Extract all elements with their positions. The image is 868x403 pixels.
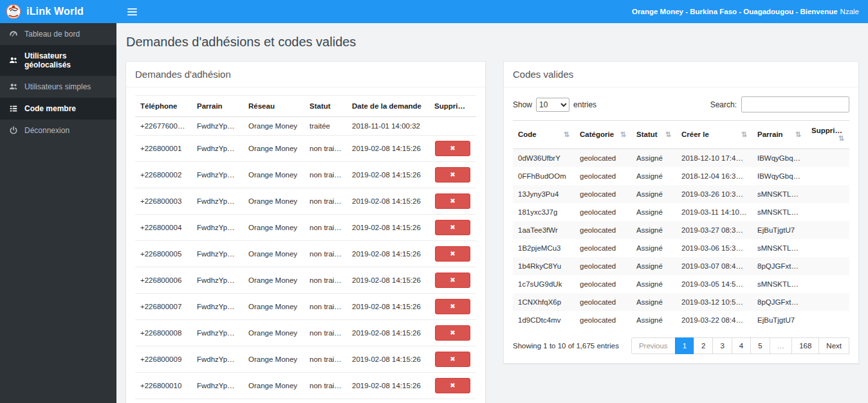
column-header-telephone: Téléphone: [135, 96, 192, 117]
sidebar-item-utilisateurs-geolocalises[interactable]: Utilisateurs géolocalisés: [0, 45, 116, 76]
cell-reseau: Orange Money: [243, 320, 304, 346]
column-header-supprimer[interactable]: Supprimer⇅: [806, 121, 849, 149]
cell-creer-le: 2019-03-27 08:38:47: [676, 221, 752, 239]
cell-date: 2019-02-08 14:15:26: [347, 346, 429, 373]
delete-button[interactable]: ✖: [435, 167, 470, 183]
x-icon: ✖: [450, 197, 455, 204]
cell-parrain: FwdhzYphN9: [192, 241, 243, 267]
cell-code: 0FFhBudOOm: [513, 167, 575, 185]
table-row: +226800010 FwdhzYphN9 Orange Money non t…: [135, 373, 476, 399]
cell-categorie: geolocated: [575, 185, 631, 203]
table-row: +226800001 FwdhzYphN9 Orange Money non t…: [135, 136, 476, 162]
cell-date: 2019-02-08 14:15:26: [347, 320, 429, 346]
cell-supprimer: ✖: [429, 241, 476, 267]
cell-statut: Assigné: [631, 203, 676, 221]
delete-button[interactable]: ✖: [435, 299, 470, 314]
page-button[interactable]: Previous: [631, 337, 676, 354]
table-row: 1b4RkyC8Yu geolocated Assigné 2019-03-07…: [513, 257, 849, 275]
cell-creer-le: 2019-03-12 10:54:00: [676, 293, 752, 311]
search-control: Search:: [710, 96, 849, 112]
cell-creer-le: 2018-12-10 17:43:11: [676, 149, 752, 168]
page-title: Demandes d'adhésions et codes valides: [126, 35, 859, 49]
brand-name: iLink World: [26, 6, 84, 17]
column-header-categorie[interactable]: Catégorie⇅: [575, 121, 631, 149]
cell-telephone: +226800009: [135, 346, 192, 373]
sort-icon[interactable]: ⇅: [741, 130, 747, 139]
cell-parrain: 8pQJGFxtWV: [752, 257, 806, 275]
sort-icon[interactable]: ⇅: [620, 130, 626, 139]
cell-categorie: geolocated: [575, 203, 631, 221]
delete-button[interactable]: ✖: [435, 273, 470, 288]
column-header-code[interactable]: Code⇅: [513, 121, 575, 149]
cell-parrain: sMNSKTL4OR: [752, 203, 806, 221]
sidebar-item-label: Déconnexion: [24, 126, 69, 135]
cell-parrain: FwdhzYphN9: [192, 373, 243, 399]
cell-categorie: geolocated: [575, 293, 631, 311]
cell-telephone: +226800001: [135, 136, 192, 162]
cell-supprimer: ✖: [429, 373, 476, 399]
sort-icon[interactable]: ⇅: [795, 130, 801, 139]
delete-button[interactable]: ✖: [435, 141, 470, 156]
page-button[interactable]: 5: [750, 337, 770, 354]
cell-supprimer: [806, 239, 849, 257]
cell-statut: non traitée: [304, 267, 347, 294]
table-row: +226800004 FwdhzYphN9 Orange Money non t…: [135, 215, 476, 241]
cell-statut: non traitée: [304, 373, 347, 399]
list-icon: [9, 104, 18, 113]
datatable-controls: Show 10 entries Search:: [513, 95, 849, 120]
x-icon: ✖: [450, 145, 455, 152]
cell-code: 13Jyny3Pu4: [513, 185, 575, 203]
sidebar-item-label: Code membre: [24, 104, 76, 113]
page-button[interactable]: 2: [694, 337, 713, 354]
sort-icon[interactable]: ⇅: [564, 130, 569, 139]
cell-parrain: IBWqyGbqFd: [752, 167, 806, 185]
codes-panel: Codes valides Show 10 entries Search:: [503, 61, 859, 364]
cell-code: 1d9CDtc4mv: [513, 311, 575, 329]
delete-button[interactable]: ✖: [435, 193, 470, 209]
cell-reseau: Orange Money: [243, 294, 304, 320]
sort-icon[interactable]: ⇅: [665, 130, 671, 139]
page-button[interactable]: 4: [732, 337, 751, 354]
search-input[interactable]: [741, 96, 849, 112]
cell-code: 0dW36UfbrY: [513, 149, 575, 168]
cell-categorie: geolocated: [575, 167, 631, 185]
delete-button[interactable]: ✖: [435, 352, 470, 367]
adhesions-table: Téléphone Parrain Réseau Statut Date de …: [135, 95, 476, 403]
column-header-supprimer: Supprimer: [429, 96, 476, 117]
sidebar-item-utilisateurs-simples[interactable]: Utilisateurs simples: [0, 76, 116, 98]
sidebar-toggle-button[interactable]: [116, 0, 147, 23]
cell-parrain: FwdhzYphN9: [192, 267, 243, 294]
table-row: +226800005 FwdhzYphN9 Orange Money non t…: [135, 241, 476, 267]
column-header-statut: Statut: [304, 96, 347, 117]
cell-parrain: FwdhzYphN9: [192, 294, 243, 320]
cell-categorie: geolocated: [575, 149, 631, 168]
column-header-parrain[interactable]: Parrain⇅: [752, 121, 806, 149]
cell-telephone: +226800006: [135, 267, 192, 294]
delete-button[interactable]: ✖: [435, 220, 470, 235]
page-button[interactable]: Next: [818, 337, 849, 354]
sidebar-item-code-membre[interactable]: Code membre: [0, 98, 116, 120]
delete-button[interactable]: ✖: [435, 378, 470, 393]
page-button[interactable]: 168: [791, 337, 819, 354]
page-button[interactable]: …: [770, 337, 793, 354]
cell-reseau: Orange Money: [243, 136, 304, 162]
sort-icon[interactable]: ⇅: [838, 134, 844, 143]
column-header-statut[interactable]: Statut⇅: [631, 121, 676, 149]
column-header-creer-le[interactable]: Créer le⇅: [676, 121, 752, 149]
cell-creer-le: 2019-03-05 14:57:46: [676, 275, 752, 293]
delete-button[interactable]: ✖: [435, 325, 470, 341]
cell-creer-le: 2019-03-22 08:45:22: [676, 311, 752, 329]
x-icon: ✖: [450, 250, 455, 257]
cell-supprimer: [806, 185, 849, 203]
sidebar-item-tableau-de-bord[interactable]: Tableau de bord: [0, 23, 116, 45]
sidebar-item-deconnexion[interactable]: Déconnexion: [0, 120, 116, 141]
page-length-select[interactable]: 10: [536, 98, 569, 112]
delete-button[interactable]: ✖: [435, 246, 470, 262]
column-header-reseau: Réseau: [243, 96, 304, 117]
page-button[interactable]: 1: [675, 337, 694, 354]
page-button[interactable]: 3: [712, 337, 732, 354]
table-row: 0FFhBudOOm geolocated Assigné 2018-12-04…: [513, 167, 849, 185]
cell-reseau: Orange Money: [243, 188, 304, 215]
cell-parrain: sMNSKTL4OR: [752, 275, 806, 293]
brand[interactable]: iLink World: [0, 0, 116, 23]
